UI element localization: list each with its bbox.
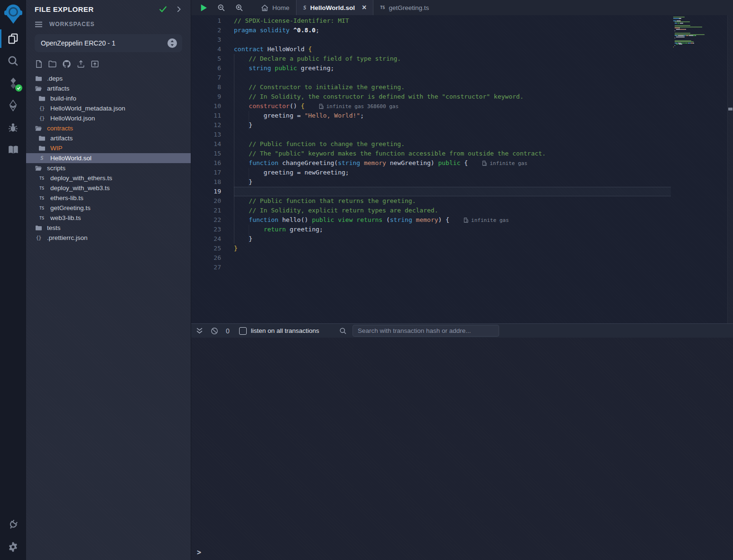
line-number[interactable]: 17 xyxy=(191,168,234,177)
code-line-23[interactable]: 23 return greeting; xyxy=(191,225,671,234)
zoom-out-icon[interactable] xyxy=(217,4,225,12)
tree-item-HelloWorld.sol[interactable]: SHelloWorld.sol xyxy=(26,153,191,163)
code-line-17[interactable]: 17 greeting = newGreeting; xyxy=(191,168,671,177)
settings-button[interactable] xyxy=(0,536,26,558)
line-number[interactable]: 20 xyxy=(191,196,234,206)
line-number[interactable]: 27 xyxy=(191,263,234,272)
code-line-8[interactable]: 8 // Constructor to initialize the greet… xyxy=(191,83,671,92)
new-folder-icon[interactable] xyxy=(47,60,57,68)
tree-item-artifacts[interactable]: artifacts xyxy=(26,83,191,93)
search-button[interactable] xyxy=(0,50,26,72)
tree-item-web3-lib.ts[interactable]: TSweb3-lib.ts xyxy=(26,213,191,223)
line-number[interactable]: 14 xyxy=(191,139,234,149)
upload-folder-icon[interactable] xyxy=(90,60,100,68)
tree-item-scripts[interactable]: scripts xyxy=(26,163,191,173)
search-transactions-input[interactable] xyxy=(353,325,499,337)
line-number[interactable]: 7 xyxy=(191,73,234,83)
tree-item-deploy_with_ethers.ts[interactable]: TSdeploy_with_ethers.ts xyxy=(26,173,191,183)
tree-item-contracts[interactable]: contracts xyxy=(26,123,191,133)
code-editor[interactable]: 1// SPDX-License-Identifier: MIT2pragma … xyxy=(191,15,733,323)
tree-item-.deps[interactable]: .deps xyxy=(26,73,191,83)
code-line-4[interactable]: 4contract HelloWorld { xyxy=(191,45,671,54)
line-number[interactable]: 16 xyxy=(191,158,234,168)
line-number[interactable]: 25 xyxy=(191,244,234,253)
tree-item-WIP[interactable]: WIP xyxy=(26,143,191,153)
editor-scrollbar[interactable] xyxy=(727,15,733,323)
code-line-18[interactable]: 18 } xyxy=(191,177,671,187)
line-number[interactable]: 1 xyxy=(191,16,234,26)
code-line-11[interactable]: 11 greeting = "Hello, World!"; xyxy=(191,111,671,120)
line-number[interactable]: 3 xyxy=(191,35,234,45)
tree-item-.prettierrc.json[interactable]: {}.prettierrc.json xyxy=(26,233,191,243)
line-number[interactable]: 15 xyxy=(191,149,234,158)
chevron-right-icon[interactable] xyxy=(176,6,181,12)
code-line-25[interactable]: 25} xyxy=(191,244,671,253)
new-file-icon[interactable] xyxy=(35,60,43,68)
github-icon[interactable] xyxy=(62,59,72,69)
code-line-15[interactable]: 15 // The "public" keyword makes the fun… xyxy=(191,149,671,158)
code-line-1[interactable]: 1// SPDX-License-Identifier: MIT xyxy=(191,16,671,26)
tree-item-artifacts[interactable]: artifacts xyxy=(26,133,191,143)
code-line-21[interactable]: 21 // In Solidity, explicit return types… xyxy=(191,206,671,215)
code-line-9[interactable]: 9 // In Solidity, the constructor is def… xyxy=(191,92,671,101)
tree-item-deploy_with_web3.ts[interactable]: TSdeploy_with_web3.ts xyxy=(26,183,191,193)
code-line-10[interactable]: 10 constructor() {infinite gas 368600 ga… xyxy=(191,101,671,111)
workspace-select[interactable]: OpenZeppelin ERC20 - 1 xyxy=(35,34,182,52)
tab-getGreeting.ts[interactable]: TSgetGreeting.ts xyxy=(373,0,436,15)
tree-item-getGreeting.ts[interactable]: TSgetGreeting.ts xyxy=(26,203,191,213)
check-icon[interactable] xyxy=(159,6,167,12)
line-number[interactable]: 12 xyxy=(191,120,234,130)
run-script-button[interactable] xyxy=(200,4,207,12)
line-number[interactable]: 13 xyxy=(191,130,234,139)
line-number[interactable]: 4 xyxy=(191,45,234,54)
upload-file-icon[interactable] xyxy=(76,60,86,68)
tab-HelloWorld.sol[interactable]: SHelloWorld.sol× xyxy=(296,0,373,15)
expand-terminal-icon[interactable] xyxy=(196,328,203,334)
clear-console-icon[interactable] xyxy=(211,327,218,335)
solidity-compiler-button[interactable] xyxy=(0,72,26,94)
tree-item-HelloWorld.json[interactable]: {}HelloWorld.json xyxy=(26,113,191,123)
remix-logo-button[interactable] xyxy=(0,0,26,28)
terminal-output[interactable]: > xyxy=(191,338,733,560)
line-number[interactable]: 22 xyxy=(191,215,234,225)
scrollbar-thumb[interactable] xyxy=(728,108,733,110)
code-line-14[interactable]: 14 // Public function to change the gree… xyxy=(191,139,671,149)
code-line-3[interactable]: 3 xyxy=(191,35,671,45)
debugger-button[interactable] xyxy=(0,117,26,139)
code-line-12[interactable]: 12 } xyxy=(191,120,671,130)
code-line-16[interactable]: 16 function changeGreeting(string memory… xyxy=(191,158,671,168)
line-number[interactable]: 24 xyxy=(191,234,234,244)
close-tab-icon[interactable]: × xyxy=(362,4,366,11)
code-line-13[interactable]: 13 xyxy=(191,130,671,139)
code-line-6[interactable]: 6 string public greeting; xyxy=(191,64,671,73)
code-line-7[interactable]: 7 xyxy=(191,73,671,83)
line-number[interactable]: 9 xyxy=(191,92,234,101)
line-number[interactable]: 6 xyxy=(191,64,234,73)
code-line-24[interactable]: 24 } xyxy=(191,234,671,244)
line-number[interactable]: 11 xyxy=(191,111,234,120)
hamburger-menu-icon[interactable] xyxy=(35,21,43,28)
file-explorer-button[interactable] xyxy=(0,28,26,50)
zoom-in-icon[interactable] xyxy=(235,4,243,12)
code-line-19[interactable]: 19 xyxy=(191,187,671,196)
line-number[interactable]: 8 xyxy=(191,83,234,92)
line-number[interactable]: 19 xyxy=(191,187,234,196)
listen-transactions-checkbox[interactable] xyxy=(239,327,247,335)
tree-item-HelloWorld_metadata.json[interactable]: {}HelloWorld_metadata.json xyxy=(26,103,191,113)
deploy-and-run-button[interactable] xyxy=(0,94,26,117)
learneth-button[interactable] xyxy=(0,139,26,161)
line-number[interactable]: 26 xyxy=(191,253,234,263)
tree-item-tests[interactable]: tests xyxy=(26,223,191,233)
code-line-27[interactable]: 27 xyxy=(191,263,671,272)
plugin-manager-button[interactable] xyxy=(0,514,26,536)
minimap[interactable] xyxy=(671,15,727,323)
tab-Home[interactable]: Home xyxy=(254,0,296,15)
code-line-2[interactable]: 2pragma solidity ^0.8.0; xyxy=(191,26,671,35)
line-number[interactable]: 10 xyxy=(191,101,234,111)
line-number[interactable]: 23 xyxy=(191,225,234,234)
code-line-20[interactable]: 20 // Public function that returns the g… xyxy=(191,196,671,206)
line-number[interactable]: 18 xyxy=(191,177,234,187)
line-number[interactable]: 5 xyxy=(191,54,234,64)
code-line-26[interactable]: 26 xyxy=(191,253,671,263)
tree-item-build-info[interactable]: build-info xyxy=(26,93,191,103)
